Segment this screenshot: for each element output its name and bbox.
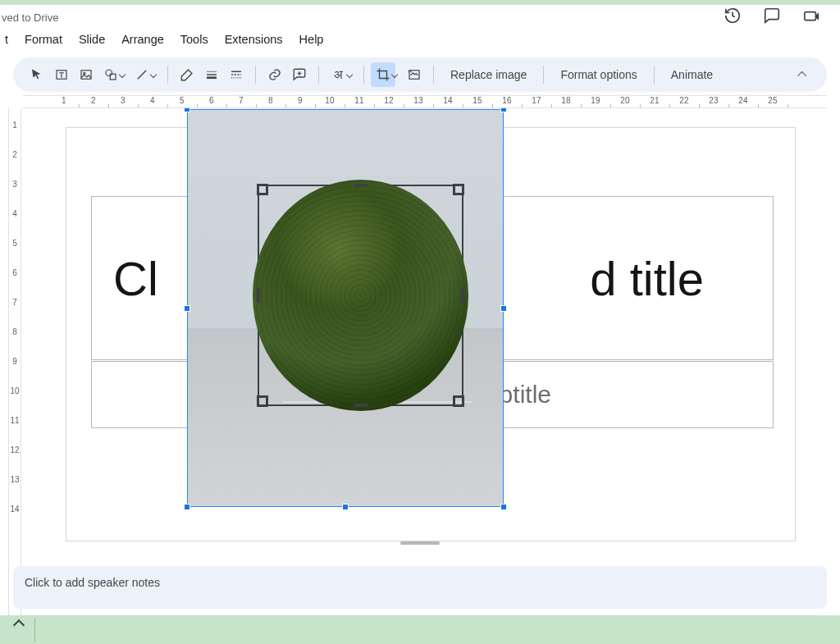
header-action-icons bbox=[724, 7, 825, 28]
ruler-tick: 12 bbox=[384, 96, 394, 105]
ruler-tick: 5 bbox=[180, 96, 185, 105]
ruler-tick: 11 bbox=[9, 416, 21, 425]
ruler-tick: 10 bbox=[325, 96, 335, 105]
divider bbox=[34, 618, 35, 642]
resize-handle-ml[interactable] bbox=[184, 305, 190, 312]
replace-image-button[interactable]: Replace image bbox=[441, 63, 536, 86]
svg-line-6 bbox=[138, 71, 147, 80]
separator bbox=[543, 66, 544, 84]
menu-bar: t Format Slide Arrange Tools Extensions … bbox=[0, 30, 840, 54]
ruler-tick: 1 bbox=[9, 121, 21, 130]
menu-item-arrange[interactable]: Arrange bbox=[115, 30, 171, 49]
ruler-tick: 9 bbox=[9, 357, 21, 366]
format-options-button[interactable]: Format options bbox=[550, 63, 646, 86]
ruler-tick: 24 bbox=[738, 96, 748, 105]
header-strip: ved to Drive bbox=[0, 5, 840, 30]
save-status: ved to Drive bbox=[0, 11, 58, 24]
svg-rect-0 bbox=[805, 12, 816, 21]
ruler-tick: 25 bbox=[768, 96, 778, 105]
toolbar: अ Replace image Format options Animate bbox=[13, 57, 827, 92]
border-dash-button[interactable] bbox=[224, 62, 249, 87]
separator bbox=[433, 66, 434, 84]
ruler-tick: 13 bbox=[9, 475, 21, 484]
select-tool-button[interactable] bbox=[25, 62, 49, 87]
ruler-tick: 7 bbox=[239, 96, 244, 105]
workspace: 1234567891011121314151617181920212223242… bbox=[0, 95, 840, 615]
history-icon[interactable] bbox=[724, 7, 742, 28]
ruler-tick: 10 bbox=[9, 386, 21, 395]
horizontal-ruler[interactable]: 1234567891011121314151617181920212223242… bbox=[23, 95, 827, 108]
ruler-tick: 3 bbox=[121, 96, 126, 105]
border-color-button[interactable] bbox=[175, 62, 199, 87]
ruler-tick: 14 bbox=[443, 96, 453, 105]
separator bbox=[167, 66, 168, 84]
ruler-tick: 13 bbox=[413, 96, 423, 105]
ruler-tick: 5 bbox=[9, 239, 21, 248]
ruler-tick: 12 bbox=[9, 445, 21, 454]
menu-item-format[interactable]: Format bbox=[18, 30, 69, 49]
comments-icon[interactable] bbox=[763, 7, 781, 28]
bottom-strip bbox=[0, 616, 840, 644]
ruler-tick: 7 bbox=[9, 298, 21, 307]
menu-item-slide[interactable]: Slide bbox=[72, 30, 112, 49]
ruler-tick: 2 bbox=[9, 150, 21, 159]
ruler-tick: 16 bbox=[502, 96, 512, 105]
reset-image-button[interactable] bbox=[402, 62, 427, 87]
svg-rect-2 bbox=[81, 71, 91, 80]
canvas-area[interactable]: Cl d title C subtitle bbox=[23, 108, 827, 615]
menu-item-cut[interactable]: t bbox=[3, 30, 15, 49]
separator bbox=[654, 66, 655, 84]
vertical-ruler[interactable]: 1234567891011121314 bbox=[8, 108, 21, 615]
resize-handle-mr[interactable] bbox=[500, 305, 507, 312]
text-box-tool-button[interactable] bbox=[49, 62, 74, 87]
ruler-tick: 17 bbox=[532, 96, 541, 105]
ruler-tick: 14 bbox=[9, 505, 21, 514]
ruler-tick: 11 bbox=[354, 96, 364, 105]
ruler-tick: 3 bbox=[9, 180, 21, 189]
app-frame: ved to Drive t Format Slide Arrange Tool… bbox=[0, 5, 840, 615]
resize-handle-br[interactable] bbox=[500, 504, 507, 510]
animate-button[interactable]: Animate bbox=[661, 63, 723, 86]
ruler-tick: 23 bbox=[709, 96, 719, 105]
separator bbox=[363, 66, 364, 84]
ruler-tick: 4 bbox=[9, 209, 21, 218]
ruler-tick: 4 bbox=[150, 96, 155, 105]
speaker-notes-placeholder: Click to add speaker notes bbox=[25, 576, 160, 589]
image-content bbox=[188, 110, 503, 506]
insert-link-button[interactable] bbox=[262, 62, 287, 87]
expand-panel-icon[interactable] bbox=[13, 619, 25, 631]
ruler-tick: 8 bbox=[9, 327, 21, 336]
ruler-tick: 1 bbox=[62, 96, 66, 105]
resize-handle-mb[interactable] bbox=[342, 504, 349, 510]
image-tool-button[interactable] bbox=[74, 62, 98, 87]
ruler-tick: 19 bbox=[591, 96, 600, 105]
separator bbox=[318, 66, 319, 84]
border-weight-button[interactable] bbox=[199, 62, 224, 87]
resize-handle-tr[interactable] bbox=[500, 108, 507, 112]
notes-divider[interactable] bbox=[400, 541, 440, 545]
menu-item-tools[interactable]: Tools bbox=[174, 30, 215, 49]
add-comment-button[interactable] bbox=[287, 62, 312, 87]
ruler-tick: 20 bbox=[620, 96, 630, 105]
present-icon[interactable] bbox=[802, 8, 825, 26]
ruler-tick: 6 bbox=[209, 96, 214, 105]
ruler-tick: 9 bbox=[298, 96, 303, 105]
menu-item-help[interactable]: Help bbox=[293, 30, 331, 49]
resize-handle-tl[interactable] bbox=[184, 108, 190, 112]
ruler-tick: 18 bbox=[561, 96, 571, 105]
ruler-tick: 15 bbox=[472, 96, 482, 105]
ruler-tick: 8 bbox=[268, 96, 273, 105]
speaker-notes[interactable]: Click to add speaker notes bbox=[13, 566, 827, 609]
ruler-tick: 6 bbox=[9, 268, 21, 277]
title-text-left: Cl bbox=[113, 251, 158, 306]
menu-item-extensions[interactable]: Extensions bbox=[218, 30, 290, 49]
resize-handle-bl[interactable] bbox=[184, 504, 190, 510]
separator bbox=[255, 66, 256, 84]
ruler-tick: 2 bbox=[91, 96, 96, 105]
title-text-right: d title bbox=[590, 251, 704, 306]
selected-image[interactable] bbox=[187, 109, 504, 507]
ruler-tick: 22 bbox=[679, 96, 689, 105]
svg-point-4 bbox=[106, 70, 112, 76]
ruler-tick: 21 bbox=[650, 96, 660, 105]
collapse-toolbar-button[interactable] bbox=[791, 62, 815, 87]
